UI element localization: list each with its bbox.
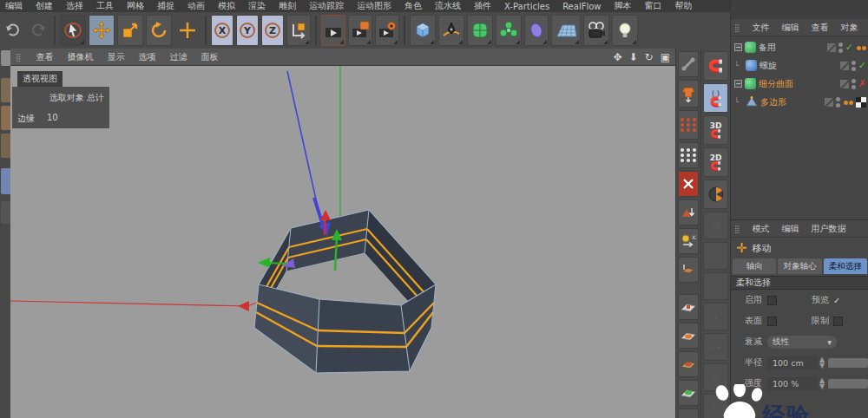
polygon-selection-tag-icon[interactable] [856, 97, 866, 108]
cloner-button[interactable] [496, 15, 522, 46]
enable-check-icon[interactable]: ✓ [845, 42, 853, 53]
visibility-dots[interactable] [852, 61, 856, 71]
layer-toggle[interactable] [827, 43, 836, 52]
point-tag-icon[interactable] [856, 42, 866, 52]
falloff-dropdown[interactable]: 线性 ▾ [767, 336, 837, 349]
mode-tile-active[interactable] [1, 168, 10, 194]
radius-input[interactable]: 100 cm [767, 356, 818, 369]
snap-option-disabled-1[interactable]: ▢ [703, 212, 728, 239]
limit-checkbox[interactable] [833, 317, 843, 326]
snap-2d-tile[interactable]: 2D🧲 [703, 147, 728, 177]
vp-menu-filter[interactable]: 过滤 [170, 51, 187, 63]
object-row-subdivision[interactable]: − 细分曲面 ✗ [731, 75, 868, 93]
subdivision-surface-button[interactable] [467, 15, 493, 46]
menu-help[interactable]: 帮助 [675, 0, 693, 12]
scale-tool-button[interactable] [117, 15, 143, 46]
delete-tile[interactable] [678, 171, 699, 197]
render-settings-button[interactable] [375, 15, 399, 46]
om-menu-file[interactable]: 文件 [753, 22, 770, 34]
add-cube-button[interactable] [410, 15, 436, 46]
render-picture-viewer-button[interactable] [348, 15, 372, 46]
redo-button[interactable] [27, 15, 49, 46]
menu-render[interactable]: 渲染 [248, 0, 266, 12]
triangulate-tile[interactable] [678, 199, 699, 225]
pan-view-icon[interactable]: ✥ [613, 51, 621, 63]
section-header[interactable]: 柔和选择 [731, 276, 868, 290]
menu-script[interactable]: 脚本 [615, 0, 632, 12]
menu-pipeline[interactable]: 流水线 [435, 0, 461, 12]
menu-animate[interactable]: 动画 [187, 0, 205, 12]
menu-window[interactable]: 窗口 [645, 0, 662, 12]
om-menu-view[interactable]: 查看 [812, 22, 829, 34]
tab-object-axis[interactable]: 对象轴心 [778, 258, 821, 274]
vp-menu-view[interactable]: 查看 [36, 51, 54, 63]
x-axis-lock-button[interactable]: X [211, 15, 233, 46]
quantize-tile[interactable] [703, 180, 728, 209]
tab-soft-selection[interactable]: 柔和选择 [824, 258, 867, 274]
object-name-selected[interactable]: 细分曲面 [759, 78, 793, 90]
maximize-view-icon[interactable]: ▣ [661, 51, 670, 63]
rotate-tool-button[interactable] [146, 15, 172, 46]
enable-check-icon[interactable]: ✓ [858, 60, 866, 71]
object-name-selected[interactable]: 多边形 [760, 96, 786, 108]
snap-plane-tile-3[interactable] [678, 351, 699, 377]
coordinate-system-button[interactable] [286, 15, 311, 46]
menu-motion-tracker[interactable]: 运动跟踪 [309, 0, 344, 12]
om-menu-edit[interactable]: 编辑 [782, 22, 799, 34]
menu-snap[interactable]: 捕捉 [157, 0, 174, 12]
snap-plane-tile-2[interactable] [678, 323, 699, 349]
palette-grip-icon[interactable]: ⣿ [16, 53, 23, 62]
snap-option-disabled-2[interactable]: △ [703, 242, 728, 270]
menu-simulate[interactable]: 模拟 [218, 0, 235, 12]
live-selection-button[interactable] [60, 15, 86, 46]
am-menu-userdata[interactable]: 用户数据 [812, 223, 846, 235]
snap-option-disabled-4[interactable]: ⊥ [703, 303, 728, 330]
vp-menu-display[interactable]: 显示 [108, 51, 125, 63]
am-menu-mode[interactable]: 模式 [753, 223, 770, 235]
point-tag-icon[interactable] [843, 97, 853, 107]
white-points-tile[interactable] [678, 142, 699, 168]
disable-cross-icon[interactable]: ✗ [858, 78, 866, 89]
rotate-view-icon[interactable]: ↻ [645, 51, 654, 63]
enable-checkbox[interactable] [767, 296, 777, 305]
y-axis-lock-button[interactable]: Y [236, 15, 259, 46]
workplane-tile[interactable] [678, 257, 699, 283]
mode-tile-1[interactable] [1, 50, 10, 66]
viewport-canvas[interactable]: 透视视图 选取对象 总计 边缘 10 [10, 66, 675, 418]
am-menu-edit[interactable]: 编辑 [782, 223, 799, 235]
zoom-view-icon[interactable]: ⬇ [629, 51, 638, 63]
joint-tool-tile[interactable] [678, 51, 699, 77]
object-row-spare[interactable]: − 备用 ✓ [731, 38, 868, 56]
layer-toggle[interactable] [840, 80, 849, 88]
vp-menu-options[interactable]: 选项 [139, 51, 156, 63]
z-axis-lock-button[interactable]: Z [261, 15, 284, 46]
spinner-icon[interactable]: ▲▼ [819, 356, 825, 369]
red-points-tile[interactable] [678, 110, 699, 140]
menu-plugins[interactable]: 插件 [474, 0, 491, 12]
coordinates-tile[interactable]: XZ [678, 228, 699, 254]
move-tool-button[interactable] [89, 15, 115, 46]
object-name[interactable]: 螺旋 [760, 60, 777, 72]
light-button[interactable] [612, 15, 638, 46]
layer-toggle[interactable] [840, 62, 849, 70]
menu-mograph[interactable]: 运动图形 [357, 0, 391, 12]
menu-character[interactable]: 角色 [404, 0, 422, 12]
spline-pen-button[interactable] [438, 15, 464, 46]
radius-slider[interactable] [828, 358, 868, 368]
auto-snap-tile[interactable]: ( )🧲 [703, 83, 728, 113]
cloth-tool-tile[interactable] [678, 80, 699, 108]
palette-grip-icon[interactable]: ⣿ [734, 225, 740, 233]
visibility-dots[interactable] [836, 97, 840, 108]
snap-plane-tile-1[interactable] [678, 294, 699, 320]
menu-edit[interactable]: 编辑 [5, 0, 23, 12]
spinner-icon[interactable]: ▲▼ [819, 377, 825, 389]
object-name[interactable]: 备用 [759, 42, 776, 54]
preview-check-icon[interactable]: ✓ [833, 296, 840, 305]
strength-slider[interactable] [828, 379, 868, 389]
enable-snap-tile[interactable]: 🧲 [703, 51, 728, 81]
camera-button[interactable] [583, 15, 609, 46]
snap-option-disabled-5[interactable]: ∙∙ [703, 333, 728, 361]
visibility-dots[interactable] [852, 79, 856, 89]
surface-checkbox[interactable] [767, 317, 777, 326]
om-menu-objects[interactable]: 对象 [841, 22, 858, 34]
